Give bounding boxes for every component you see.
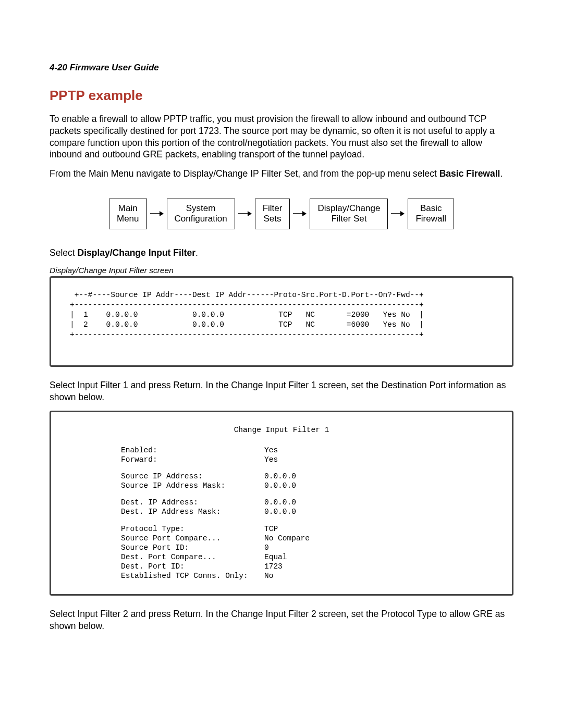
form-label: Dest. IP Address: [121,498,264,507]
nav-box-line: Main [118,203,138,213]
form-label: Dest. Port Compare... [121,552,264,562]
nav-box-line: Menu [117,214,139,224]
nav-box-line: Configuration [175,214,227,224]
form-label: Protocol Type: [121,524,264,534]
para2-bold: Basic Firewall [439,168,500,179]
form-value: No Compare [264,534,310,543]
form-row: Source Port Compare... No Compare [121,534,493,543]
form-label: Established TCP Conns. Only: [121,571,264,581]
form-value: 0 [264,543,269,552]
form-title: Change Input Filter 1 [70,426,493,434]
nav-box-system-config: System Configuration [167,199,235,229]
form-row: Source Port ID: 0 [121,543,493,552]
select-line: Select Display/Change Input Filter. [50,247,513,259]
para2-pre: From the Main Menu navigate to Display/C… [50,168,439,179]
form-label: Enabled: [121,446,264,455]
screen-caption: Display/Change Input Filter screen [50,266,513,275]
form-row: Dest. IP Address Mask: 0.0.0.0 [121,507,493,516]
form-row: Source IP Address: 0.0.0.0 [121,472,493,481]
nav-box-filter-sets: Filter Sets [255,199,290,229]
select-line-post: . [195,248,198,258]
nav-box-basic-firewall: Basic Firewall [408,199,454,229]
form-row: Dest. IP Address: 0.0.0.0 [121,498,493,507]
form-value: 1723 [264,562,283,571]
form-row: Dest. Port ID: 1723 [121,562,493,571]
form-label: Source Port Compare... [121,534,264,543]
form-row: Forward: Yes [121,455,493,464]
change-input-filter-screen: Change Input Filter 1 Enabled: Yes Forwa… [50,411,513,596]
paragraph-after-form: Select Input Filter 2 and press Return. … [50,608,513,632]
svg-marker-1 [160,211,164,216]
form-value: TCP [264,524,278,534]
nav-box-display-change: Display/Change Filter Set [310,199,388,229]
arrow-icon [150,210,164,217]
nav-box-line: Firewall [415,214,446,224]
form-row: Enabled: Yes [121,446,493,455]
nav-box-line: Display/Change [317,203,380,213]
form-value: 0.0.0.0 [264,498,296,507]
nav-box-line: Basic [420,203,442,213]
nav-box-line: Sets [264,214,282,224]
form-label: Source Port ID: [121,543,264,552]
nav-box-main-menu: Main Menu [109,199,147,229]
form-value: Yes [264,455,278,464]
form-label: Dest. Port ID: [121,562,264,571]
form-row: Source IP Address Mask: 0.0.0.0 [121,481,493,490]
form-value: Yes [264,446,278,455]
paragraph-after-table: Select Input Filter 1 and press Return. … [50,379,513,403]
form-label: Forward: [121,455,264,464]
form-value: No [264,571,273,581]
form-value: 0.0.0.0 [264,507,296,516]
filter-table-text: +--#----Source IP Addr----Dest IP Addr--… [70,290,493,339]
arrow-icon [391,210,405,217]
svg-marker-7 [400,211,405,216]
form-row: Established TCP Conns. Only: No [121,571,493,581]
filter-table-screen: +--#----Source IP Addr----Dest IP Addr--… [50,276,513,367]
form-row: Protocol Type: TCP [121,524,493,534]
svg-marker-5 [302,211,307,216]
nav-box-line: Filter Set [331,214,366,224]
para2-post: . [500,168,503,179]
form-label: Source IP Address: [121,472,264,481]
select-line-pre: Select [50,248,78,258]
form-label: Dest. IP Address Mask: [121,507,264,516]
form-row: Dest. Port Compare... Equal [121,552,493,562]
intro-paragraph-2: From the Main Menu navigate to Display/C… [50,168,513,180]
svg-marker-3 [248,211,252,216]
select-line-bold: Display/Change Input Filter [78,248,196,258]
nav-box-line: System [186,203,216,213]
section-title: PPTP example [50,88,513,104]
form-label: Source IP Address Mask: [121,481,264,490]
form-value: 0.0.0.0 [264,481,296,490]
arrow-icon [293,210,307,217]
nav-box-line: Filter [263,203,283,213]
form-value: Equal [264,552,287,562]
form-value: 0.0.0.0 [264,472,296,481]
nav-flow: Main Menu System Configuration Filter Se… [50,199,513,229]
page: 4-20 Firmware User Guide PPTP example To… [0,0,563,728]
arrow-icon [238,210,252,217]
intro-paragraph-1: To enable a firewall to allow PPTP traff… [50,113,513,161]
page-header: 4-20 Firmware User Guide [50,63,513,73]
